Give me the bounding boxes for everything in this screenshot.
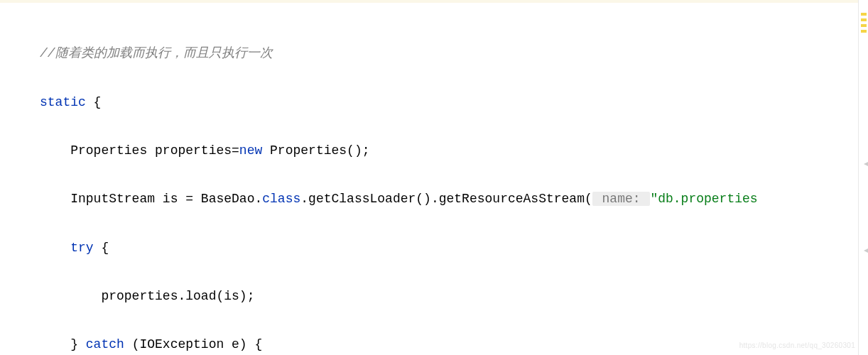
string-literal: "db.properties <box>650 192 757 206</box>
param-hint: name: <box>592 192 651 206</box>
keyword-static: static <box>40 95 86 109</box>
code-text: .getClassLoader().getResourceAsStream( <box>300 192 592 206</box>
code-text: Properties(); <box>262 143 369 158</box>
code-text: properties.load(is); <box>40 289 254 303</box>
code-text <box>40 241 70 255</box>
code-line: InputStream is = BaseDao.class.getClassL… <box>40 187 868 211</box>
keyword-try: try <box>70 241 93 255</box>
code-text: (IOException e) { <box>124 337 262 351</box>
code-line: static { <box>40 90 868 114</box>
code-text: { <box>94 241 109 255</box>
change-marker[interactable] <box>864 162 868 166</box>
code-editor[interactable]: //随着类的加载而执行，而且只执行一次 static { Properties … <box>0 3 868 355</box>
code-line: try { <box>40 236 868 260</box>
warning-marker[interactable] <box>861 13 867 16</box>
code-text: InputStream is = BaseDao. <box>40 192 262 206</box>
warning-marker[interactable] <box>861 24 867 27</box>
keyword-catch: catch <box>86 337 124 351</box>
code-text: Properties properties= <box>40 143 239 158</box>
watermark-text: https://blog.csdn.net/qq_30260301 <box>739 339 855 352</box>
keyword-class: class <box>262 192 300 206</box>
marker-bar[interactable] <box>858 0 868 355</box>
warning-marker[interactable] <box>861 30 867 33</box>
change-marker[interactable] <box>864 248 868 253</box>
code-line: properties.load(is); <box>40 284 868 308</box>
code-text: } <box>40 337 86 351</box>
code-text: { <box>86 95 102 109</box>
comment-text: //随着类的加载而执行，而且只执行一次 <box>40 46 273 60</box>
code-line: Properties properties=new Properties(); <box>40 138 868 163</box>
code-line: //随着类的加载而执行，而且只执行一次 <box>40 41 868 65</box>
warning-marker[interactable] <box>861 18 867 21</box>
keyword-new: new <box>239 143 262 158</box>
